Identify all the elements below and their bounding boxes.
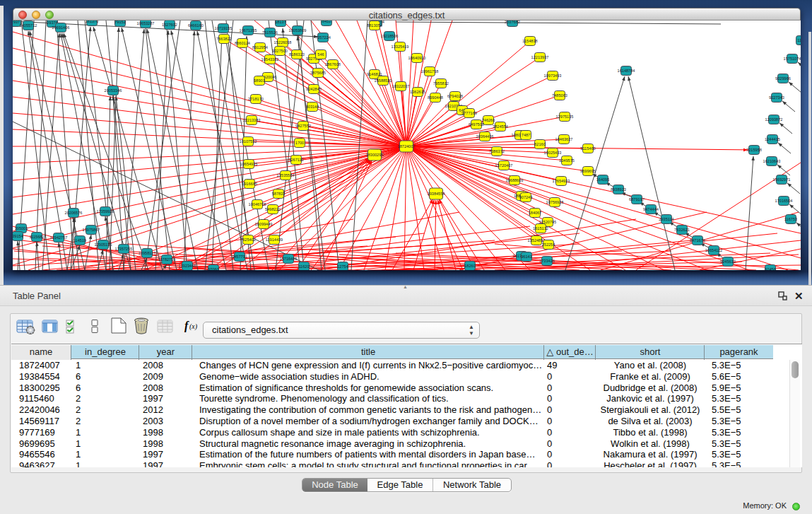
svg-text:1700: 1700 xyxy=(295,141,304,145)
svg-text:546: 546 xyxy=(317,52,324,57)
svg-text:11914439: 11914439 xyxy=(266,238,283,242)
svg-text:10654935: 10654935 xyxy=(240,162,258,166)
svg-text:6497508: 6497508 xyxy=(469,122,484,127)
svg-text:12754: 12754 xyxy=(337,264,348,269)
svg-text:7485063: 7485063 xyxy=(552,93,567,98)
svg-text:9457791: 9457791 xyxy=(232,255,247,259)
svg-text:18137: 18137 xyxy=(275,21,286,24)
svg-text:10046708: 10046708 xyxy=(249,202,266,206)
svg-text:8660124: 8660124 xyxy=(235,41,250,45)
svg-text:6794028: 6794028 xyxy=(447,94,463,98)
svg-text:17357255: 17357255 xyxy=(115,247,133,251)
svg-text:18322037: 18322037 xyxy=(392,84,410,88)
svg-text:17654923: 17654923 xyxy=(553,179,570,183)
svg-text:2867608: 2867608 xyxy=(325,62,341,66)
svg-text:13535584: 13535584 xyxy=(277,173,295,177)
svg-text:8186323: 8186323 xyxy=(289,52,305,57)
svg-text:2718170: 2718170 xyxy=(248,97,264,101)
svg-text:19384554: 19384554 xyxy=(428,192,445,196)
svg-text:7955812: 7955812 xyxy=(433,81,449,86)
svg-text:12213383: 12213383 xyxy=(243,118,261,122)
svg-text:7515526: 7515526 xyxy=(262,30,278,35)
svg-text:12213937: 12213937 xyxy=(531,55,549,59)
svg-text:10543382: 10543382 xyxy=(261,57,279,62)
svg-text:15692971: 15692971 xyxy=(773,177,791,182)
svg-text:15716485: 15716485 xyxy=(280,257,298,261)
svg-text:10654112: 10654112 xyxy=(705,248,722,252)
svg-text:184067: 184067 xyxy=(529,211,542,215)
svg-text:10961758: 10961758 xyxy=(421,69,439,74)
svg-text:9227343: 9227343 xyxy=(769,95,784,100)
svg-text:98901: 98901 xyxy=(254,78,265,83)
svg-text:20053346: 20053346 xyxy=(105,88,122,93)
svg-text:12905135: 12905135 xyxy=(95,243,112,247)
svg-text:11620: 11620 xyxy=(298,264,309,269)
svg-text:7487: 7487 xyxy=(522,133,530,137)
svg-text:10719155: 10719155 xyxy=(215,26,233,30)
svg-text:1362615: 1362615 xyxy=(410,90,425,94)
svg-text:114519: 114519 xyxy=(73,238,86,243)
svg-text:9245612: 9245612 xyxy=(720,259,736,264)
svg-text:8938923: 8938923 xyxy=(611,187,626,192)
svg-text:9327500: 9327500 xyxy=(272,49,288,53)
svg-text:1527602: 1527602 xyxy=(162,23,177,27)
svg-text:803144: 803144 xyxy=(306,105,319,109)
svg-text:10973493: 10973493 xyxy=(544,74,562,78)
svg-text:1733426: 1733426 xyxy=(539,259,555,263)
svg-text:10653287: 10653287 xyxy=(137,21,155,25)
svg-text:16099449: 16099449 xyxy=(255,222,273,226)
svg-text:20364436: 20364436 xyxy=(476,134,494,139)
svg-text:164095: 164095 xyxy=(596,177,610,182)
svg-text:8990448: 8990448 xyxy=(428,95,443,100)
svg-text:7632621: 7632621 xyxy=(674,228,690,232)
svg-text:12942757: 12942757 xyxy=(50,235,68,240)
svg-text:3267110: 3267110 xyxy=(288,158,303,162)
svg-text:587832: 587832 xyxy=(272,192,286,196)
svg-text:1244415: 1244415 xyxy=(765,137,780,141)
svg-text:16782759: 16782759 xyxy=(158,257,176,262)
svg-text:12975135: 12975135 xyxy=(556,115,574,119)
svg-text:7625402: 7625402 xyxy=(240,238,256,242)
svg-text:96141: 96141 xyxy=(521,255,532,259)
svg-text:97060: 97060 xyxy=(208,267,219,270)
svg-text:1115682: 1115682 xyxy=(30,235,45,239)
svg-text:18640910: 18640910 xyxy=(408,56,426,60)
svg-text:1916685: 1916685 xyxy=(242,182,257,186)
svg-text:10107552: 10107552 xyxy=(240,139,257,144)
svg-text:7386372: 7386372 xyxy=(489,149,505,153)
svg-text:7663822: 7663822 xyxy=(216,37,232,41)
svg-text:9115460: 9115460 xyxy=(580,146,595,151)
svg-text:19218506: 19218506 xyxy=(381,34,399,38)
svg-text:20691406: 20691406 xyxy=(52,25,70,30)
svg-text:1112: 1112 xyxy=(797,38,801,42)
svg-text:62160: 62160 xyxy=(534,142,546,146)
svg-text:10053809: 10053809 xyxy=(289,28,307,33)
svg-text:2037682: 2037682 xyxy=(505,21,520,24)
svg-text:12093872: 12093872 xyxy=(765,117,783,122)
svg-text:20206576: 20206576 xyxy=(65,211,83,215)
svg-text:79152: 79152 xyxy=(114,21,126,24)
svg-text:1615132: 1615132 xyxy=(533,226,548,230)
svg-text:6466160: 6466160 xyxy=(188,23,204,28)
svg-text:14055712: 14055712 xyxy=(20,23,37,28)
svg-text:18463627: 18463627 xyxy=(555,137,573,141)
svg-text:8912954: 8912954 xyxy=(252,45,268,49)
svg-text:9777169: 9777169 xyxy=(461,111,477,115)
svg-text:17359928: 17359928 xyxy=(97,209,114,214)
svg-text:39154: 39154 xyxy=(13,234,23,238)
svg-text:8813054: 8813054 xyxy=(367,23,382,28)
svg-text:2935114: 2935114 xyxy=(659,217,673,221)
svg-text:10025433: 10025433 xyxy=(544,151,562,155)
svg-text:116753: 116753 xyxy=(784,217,797,221)
svg-text:18260: 18260 xyxy=(464,264,476,268)
svg-text:9474444: 9474444 xyxy=(643,207,659,211)
svg-text:252254: 252254 xyxy=(542,243,555,247)
svg-text:8453: 8453 xyxy=(322,21,331,23)
svg-text:907249: 907249 xyxy=(519,195,533,199)
svg-text:3875685: 3875685 xyxy=(310,71,326,75)
svg-text:10671355: 10671355 xyxy=(240,28,257,33)
svg-text:92456: 92456 xyxy=(765,267,776,270)
svg-text:395001: 395001 xyxy=(15,226,28,230)
svg-text:6879197: 6879197 xyxy=(629,197,645,201)
svg-text:15751074: 15751074 xyxy=(784,57,801,61)
